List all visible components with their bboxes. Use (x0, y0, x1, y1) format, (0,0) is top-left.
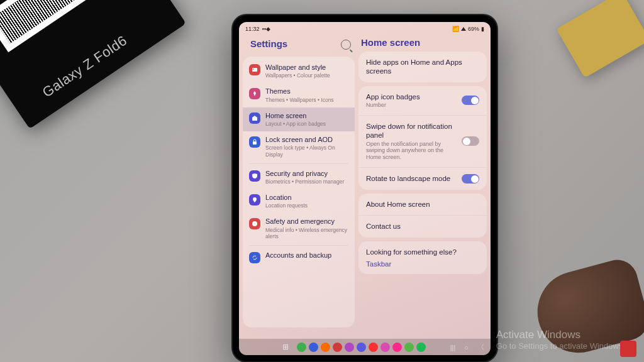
detail-title: Home screen (358, 35, 487, 52)
toggle-row-swipe-down-for-notification-panel[interactable]: Swipe down for notification panelOpen th… (358, 115, 487, 167)
settings-nav-list[interactable]: Wallpaper and styleWallpapers • Colour p… (243, 57, 355, 327)
search-icon[interactable] (341, 40, 351, 50)
taskbar-dock[interactable]: ⊞ ||| ○ 〈 (239, 339, 491, 355)
home-button[interactable]: ○ (464, 344, 469, 351)
shield-icon (249, 170, 260, 182)
home-icon (249, 112, 260, 124)
nav-buttons: ||| ○ 〈 (450, 343, 484, 352)
windows-watermark: Activate Windows Go to Settings to activ… (496, 329, 625, 351)
dock-app-icon[interactable] (333, 343, 342, 352)
nav-sub: Location requests (265, 202, 308, 209)
looking-else-prompt: Looking for something else? (366, 248, 457, 256)
dock-app-icon[interactable] (297, 343, 306, 352)
lock-icon (249, 136, 260, 148)
sidebar-item-accounts-and-backup[interactable]: Accounts and backup (243, 247, 355, 268)
nav-title: Accounts and backup (265, 251, 331, 260)
sync-icon (249, 252, 260, 263)
row-hide-apps[interactable]: Hide apps on Home and Apps screens (358, 52, 487, 82)
dock-app-icon[interactable] (309, 343, 318, 352)
taskbar-link[interactable]: Taskbar (366, 260, 391, 268)
barcode (0, 0, 108, 52)
dock-app-icon[interactable] (380, 343, 390, 352)
back-button[interactable]: 〈 (477, 343, 484, 352)
img-icon (249, 64, 260, 75)
settings-left-panel: Settings Wallpaper and styleWallpapers •… (243, 35, 355, 327)
signal-icon (461, 27, 466, 31)
nav-title: Safety and emergency (265, 217, 348, 226)
theme-icon (249, 88, 260, 99)
apps-grid-icon[interactable]: ⊞ (282, 343, 292, 352)
content-split: Settings Wallpaper and styleWallpapers •… (239, 35, 491, 327)
dock-app-icon[interactable] (345, 343, 354, 352)
nav-sub: Layout • App icon badges (265, 121, 326, 127)
nav-title: Location (265, 194, 308, 202)
wood-prop (557, 0, 644, 78)
box-brand-text: Galaxy Z Fold6 (40, 33, 130, 101)
pin-icon (249, 194, 260, 206)
nav-sub: Screen lock type • Always On Display (265, 145, 348, 157)
card-toggles: App icon badgesNumberSwipe down for noti… (358, 86, 487, 190)
watermark-title: Activate Windows (496, 329, 625, 341)
sidebar-item-safety-and-emergency[interactable]: !Safety and emergencyMedical info • Wire… (243, 213, 355, 244)
svg-rect-2 (253, 141, 257, 145)
toggle-switch[interactable] (462, 136, 479, 146)
nav-sub: Themes • Wallpapers • Icons (265, 97, 334, 103)
sidebar-item-lock-screen-and-aod[interactable]: Lock screen and AODScreen lock type • Al… (243, 131, 355, 162)
dock-app-icon[interactable] (369, 343, 378, 352)
dock-app-icon[interactable] (392, 343, 402, 352)
nav-title: Wallpaper and style (265, 63, 330, 72)
tablet-device: 11:32 ▪▪◆ 📶 69% ▮ Settings Wall (233, 15, 497, 361)
dock-app-icon[interactable] (416, 343, 426, 352)
sidebar-item-home-screen[interactable]: Home screenLayout • App icon badges (243, 107, 355, 131)
nav-title: Security and privacy (265, 170, 344, 178)
status-bar: 11:32 ▪▪◆ 📶 69% ▮ (239, 22, 491, 35)
card-hide-apps: Hide apps on Home and Apps screens (358, 52, 487, 82)
dock-app-icon[interactable] (357, 343, 366, 352)
dock-app-icon[interactable] (321, 343, 330, 352)
toggle-switch[interactable] (462, 174, 479, 184)
toggle-switch[interactable] (462, 96, 479, 105)
nav-title: Lock screen and AOD (265, 136, 348, 144)
row-about-home-screen[interactable]: About Home screen (358, 194, 487, 215)
nav-title: Home screen (265, 112, 326, 120)
svg-text:!: ! (254, 222, 255, 226)
sidebar-item-wallpaper-and-style[interactable]: Wallpaper and styleWallpapers • Colour p… (243, 59, 355, 83)
nav-title: Themes (265, 87, 334, 96)
sos-icon: ! (249, 218, 260, 229)
nav-sub: Medical info • Wireless emergency alerts (265, 227, 348, 239)
channel-logo (620, 341, 636, 357)
card-looking-else: Looking for something else? Taskbar (358, 241, 487, 274)
product-box: Galaxy Z Fold6 (0, 0, 186, 129)
toggle-row-rotate-to-landscape-mode[interactable]: Rotate to landscape mode (358, 167, 487, 190)
sidebar-item-security-and-privacy[interactable]: Security and privacyBiometrics • Permiss… (243, 165, 355, 189)
recents-button[interactable]: ||| (450, 344, 456, 351)
wifi-icon: 📶 (452, 26, 459, 32)
svg-point-1 (253, 69, 254, 70)
nav-sub: Biometrics • Permission manager (265, 178, 344, 185)
watermark-sub: Go to Settings to activate Windows. (496, 341, 625, 351)
dock-app-icon[interactable] (404, 343, 414, 352)
toggle-row-app-icon-badges[interactable]: App icon badgesNumber (358, 86, 487, 115)
row-contact-us[interactable]: Contact us (358, 215, 487, 237)
status-time: 11:32 (245, 26, 260, 32)
nav-sub: Wallpapers • Colour palette (265, 72, 330, 79)
scene: Galaxy Z Fold6 11:32 ▪▪◆ 📶 69% ▮ (0, 0, 644, 362)
battery-text: 69% (468, 26, 479, 32)
svg-rect-0 (252, 68, 257, 72)
card-about: About Home screenContact us (358, 194, 487, 238)
home-screen-panel: Home screen Hide apps on Home and Apps s… (358, 35, 487, 327)
sidebar-item-location[interactable]: LocationLocation requests (243, 189, 355, 213)
hide-apps-label: Hide apps on Home and Apps screens (366, 58, 479, 76)
screen: 11:32 ▪▪◆ 📶 69% ▮ Settings Wall (239, 22, 491, 355)
settings-title: Settings (247, 36, 291, 53)
status-notif-icon: ▪▪◆ (262, 26, 270, 32)
sidebar-item-themes[interactable]: ThemesThemes • Wallpapers • Icons (243, 83, 355, 107)
battery-icon: ▮ (481, 26, 484, 32)
